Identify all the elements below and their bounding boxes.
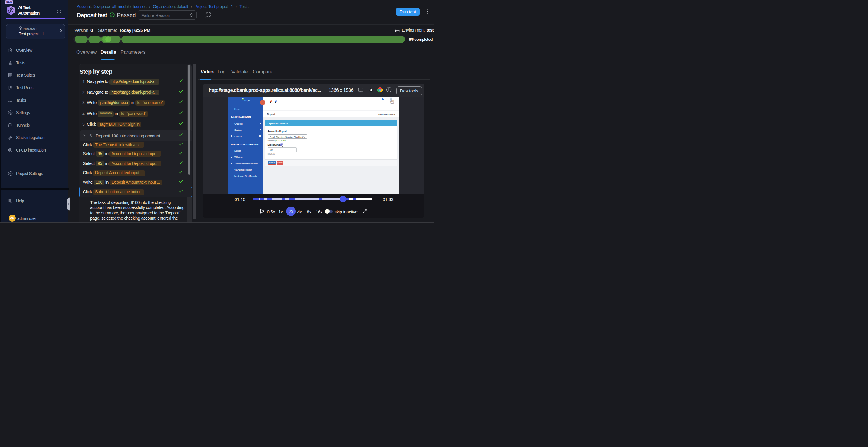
svg-text:?: ? [9,199,10,201]
